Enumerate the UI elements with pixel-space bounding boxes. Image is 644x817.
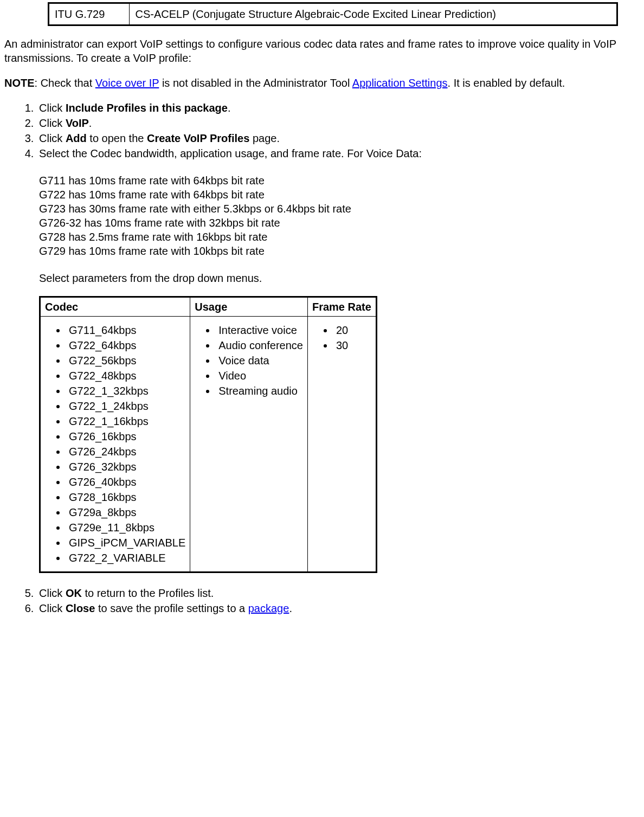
list-item: G726_32kbps [67,460,185,474]
framerate-header: Frame Rate [307,297,376,317]
codec-detail-line: G728 has 2.5ms frame rate with 16kbps bi… [39,230,640,244]
framerate-list: 20 30 [312,323,371,352]
intro-paragraph: An administrator can export VoIP setting… [4,37,640,65]
list-item: G722_64kbps [67,338,185,352]
list-item: 20 [334,323,371,337]
list-item: Interactive voice [216,323,303,337]
step-4: Select the Codec bandwidth, application … [37,146,640,573]
list-item: G722_48kbps [67,369,185,383]
step-3: Click Add to open the Create VoIP Profil… [37,131,640,145]
list-item: G728_16kbps [67,490,185,504]
list-item: G729e_11_8kbps [67,520,185,535]
list-item: Voice data [216,353,303,368]
codec-detail-line: G729 has 10ms frame rate with 10kbps bit… [39,244,640,258]
list-item: Audio conference [216,338,303,352]
note-text-1: : Check that [35,77,95,89]
note-text-2: is not disabled in the Administrator Too… [159,77,352,89]
list-item: G722_1_16kbps [67,414,185,428]
codec-standard-desc: CS-ACELP (Conjugate Structure Algebraic-… [130,3,617,25]
framerate-cell: 20 30 [307,317,376,572]
step-5: Click OK to return to the Profiles list. [37,586,640,600]
list-item: 30 [334,338,371,352]
parameters-table: Codec Usage Frame Rate G711_64kbps G722_… [39,296,377,573]
package-link[interactable]: package [248,602,289,614]
note-label: NOTE [4,77,35,89]
steps-list: Click Include Profiles in this package. … [4,101,640,615]
list-item: G726_16kbps [67,429,185,443]
codec-detail-line: G726-32 has 10ms frame rate with 32kbps … [39,216,640,230]
usage-list: Interactive voice Audio conference Voice… [195,323,303,398]
list-item: G722_1_24kbps [67,399,185,413]
codec-details-block: G711 has 10ms frame rate with 64kbps bit… [39,173,640,258]
list-item: G729a_8kbps [67,505,185,519]
list-item: Streaming audio [216,384,303,398]
usage-header: Usage [190,297,308,317]
list-item: G722_56kbps [67,353,185,368]
codec-standard-name: ITU G.729 [49,3,130,25]
note-text-3: . It is enabled by default. [448,77,565,89]
list-item: Video [216,369,303,383]
list-item: G726_40kbps [67,475,185,489]
codec-detail-line: G722 has 10ms frame rate with 64kbps bit… [39,188,640,202]
list-item: G711_64kbps [67,323,185,337]
step-6: Click Close to save the profile settings… [37,601,640,615]
application-settings-link[interactable]: Application Settings [352,77,448,89]
list-item: G722_1_32kbps [67,384,185,398]
select-params-text: Select parameters from the drop down men… [39,271,640,285]
codec-list: G711_64kbps G722_64kbps G722_56kbps G722… [45,323,185,565]
step-2: Click VoIP. [37,116,640,130]
note-paragraph: NOTE: Check that Voice over IP is not di… [4,76,640,90]
list-item: GIPS_iPCM_VARIABLE [67,536,185,550]
list-item: G726_24kbps [67,445,185,459]
codec-detail-line: G723 has 30ms frame rate with either 5.3… [39,202,640,216]
step-1: Click Include Profiles in this package. [37,101,640,115]
codec-cell: G711_64kbps G722_64kbps G722_56kbps G722… [40,317,190,572]
voice-over-ip-link[interactable]: Voice over IP [95,77,159,89]
codec-standard-table: ITU G.729 CS-ACELP (Conjugate Structure … [48,2,618,26]
list-item: G722_2_VARIABLE [67,551,185,565]
codec-detail-line: G711 has 10ms frame rate with 64kbps bit… [39,173,640,188]
usage-cell: Interactive voice Audio conference Voice… [190,317,308,572]
codec-header: Codec [40,297,190,317]
